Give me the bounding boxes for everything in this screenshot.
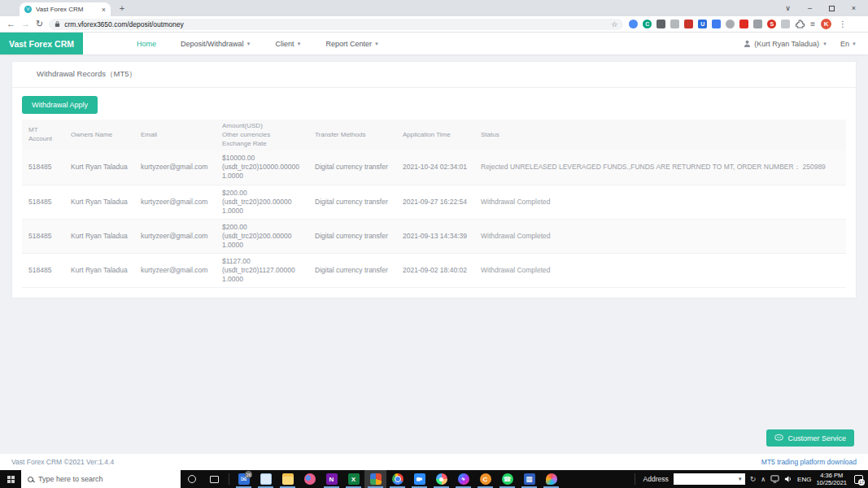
ext-red-s-icon[interactable]: S [767, 20, 776, 28]
messenger-icon[interactable] [452, 470, 474, 488]
ext-red-square-icon[interactable] [684, 20, 693, 28]
ext-key-icon[interactable] [753, 20, 762, 28]
back-icon[interactable]: ← [7, 20, 15, 28]
cell-owner-name: Kurt Ryan Taladua [64, 219, 134, 253]
edge-app-icon [436, 473, 447, 485]
chat-bubble-icon [774, 434, 783, 442]
table-wrapper: MT AccountOwners NameEmailAmount(USD)Oth… [12, 120, 856, 298]
ext-gray-chip-icon[interactable] [781, 20, 790, 28]
reload-icon[interactable]: ↻ [36, 20, 43, 28]
side-panel-icon[interactable]: ≡ [810, 20, 815, 28]
caret-down-icon: ▼ [822, 41, 827, 46]
language-indicator[interactable]: ENG [797, 476, 811, 483]
calculator-icon[interactable] [518, 470, 540, 488]
cell-transfer-method: Digital currency transfer [308, 150, 396, 185]
ext-dark-square-icon[interactable] [656, 20, 665, 28]
close-button[interactable]: × [843, 0, 865, 16]
edge-app-icon[interactable] [430, 470, 452, 488]
task-view-icon[interactable] [210, 476, 219, 483]
cell-owner-name: Kurt Ryan Taladua [64, 185, 134, 219]
cortana-icon[interactable] [188, 475, 196, 483]
cell-mt-account: 518485 [22, 185, 64, 219]
copyright-link[interactable]: Vast Forex CRM ©2021 Ver:1.4.4 [11, 458, 114, 466]
sticky-notes-icon[interactable] [255, 470, 277, 488]
whatsapp-icon [502, 473, 513, 485]
ext-gray-bottle-icon[interactable] [670, 20, 679, 28]
nav-home[interactable]: Home [137, 40, 156, 48]
new-tab-button[interactable]: + [116, 3, 129, 15]
speaker-icon[interactable] [784, 475, 792, 483]
whatsapp-icon[interactable] [496, 470, 518, 488]
app-badge: 26 [245, 471, 252, 478]
nav-client[interactable]: Client▼ [276, 40, 302, 48]
table-row[interactable]: 518485Kurt Ryan Taladuakurtyzeer@gmail.c… [22, 150, 846, 185]
tab-search-chevron-icon[interactable]: ∨ [777, 0, 799, 16]
minimize-button[interactable]: – [799, 0, 821, 16]
address-toolbar-input[interactable]: ▼ [674, 473, 745, 485]
forward-icon[interactable]: → [21, 20, 30, 28]
profile-avatar[interactable]: K [821, 19, 831, 29]
table-row[interactable]: 518485Kurt Ryan Taladuakurtyzeer@gmail.c… [22, 185, 846, 219]
cell-transfer-method: Digital currency transfer [308, 185, 396, 219]
show-hidden-icons-chevron[interactable]: ∧ [761, 476, 765, 483]
onenote-icon[interactable]: N [321, 470, 342, 488]
taskbar-clock[interactable]: 4:36 PM 10/25/2021 [816, 472, 847, 487]
coinmarketcap-icon: C [480, 473, 491, 485]
ext-blue-u-icon[interactable]: U [698, 20, 707, 28]
browser-toolbar: ← → ↻ crm.vforex3650.com/deposit/outmone… [0, 16, 868, 33]
active-browser-icon[interactable] [364, 470, 386, 488]
excel-icon[interactable]: X [342, 470, 364, 488]
tab-close-icon[interactable]: × [102, 6, 106, 14]
site-header: Vast Forex CRM Home Deposit/Withdrawal▼ … [0, 33, 868, 54]
messenger-icon [458, 473, 469, 485]
cell-application-time: 2021-09-13 14:34:39 [396, 219, 474, 253]
paint3d-icon[interactable] [540, 470, 562, 488]
address-toolbar-label: Address [643, 475, 669, 483]
zoom-icon[interactable] [408, 470, 430, 488]
bookmark-star-icon[interactable]: ☆ [611, 20, 617, 28]
chrome-icon[interactable] [386, 470, 408, 488]
ext-green-c-icon[interactable]: C [643, 20, 652, 28]
extensions-puzzle-icon[interactable] [796, 20, 805, 28]
browser-tab[interactable]: V Vast Forex CRM × [20, 2, 111, 16]
cell-status: Withdrawal Completed [474, 253, 846, 287]
column-header: Email [134, 120, 216, 150]
browser-menu-icon[interactable]: ⋮ [837, 20, 848, 28]
column-header: Amount(USD)Other currenciesExchange Rate [216, 120, 308, 150]
coinmarketcap-icon[interactable]: C [474, 470, 496, 488]
table-row[interactable]: 518485Kurt Ryan Taladuakurtyzeer@gmail.c… [22, 219, 846, 253]
table-row[interactable]: 518485Kurt Ryan Taladuakurtyzeer@gmail.c… [22, 253, 846, 287]
caret-down-icon: ▼ [852, 41, 857, 46]
photos-icon[interactable] [299, 470, 321, 488]
cell-amount: $1127.00(usdt_trc20)1127.000001.0000 [216, 253, 308, 287]
mt5-download-link[interactable]: MT5 trading platform download [761, 458, 857, 466]
cell-mt-account: 518485 [22, 253, 64, 287]
start-button[interactable] [0, 470, 21, 488]
language-menu[interactable]: En ▼ [840, 40, 857, 48]
user-menu[interactable]: (Kurt Ryan Taladua) ▼ [744, 40, 827, 48]
brand-logo[interactable]: Vast Forex CRM [0, 33, 83, 54]
ext-red-play-icon[interactable] [739, 20, 748, 28]
nav-deposit-withdrawal[interactable]: Deposit/Withdrawal▼ [181, 40, 251, 48]
lock-icon [55, 20, 60, 28]
file-explorer-icon[interactable] [277, 470, 299, 488]
table-header-row: MT AccountOwners NameEmailAmount(USD)Oth… [22, 120, 846, 150]
customer-service-button[interactable]: Customer Service [766, 429, 854, 447]
taskbar-search-input[interactable]: Type here to search [21, 470, 181, 488]
action-center-icon[interactable]: 17 [854, 475, 863, 484]
calculator-icon [524, 473, 535, 485]
address-bar[interactable]: crm.vforex3650.com/deposit/outmoney ☆ [49, 19, 623, 30]
withdrawal-apply-button[interactable]: Withdrawal Apply [22, 96, 98, 114]
display-icon[interactable] [770, 475, 779, 483]
ext-blue-circle-icon[interactable] [629, 20, 638, 28]
ext-gray-circle-icon[interactable] [726, 20, 735, 28]
mail-icon[interactable]: ✉26 [233, 470, 255, 488]
screen: V Vast Forex CRM × + ∨ – × ← → ↻ crm.vfo… [0, 0, 868, 488]
restore-button[interactable] [821, 0, 843, 16]
taskbar-apps: ✉26NXC [233, 470, 562, 488]
address-go-icon[interactable]: ↻ [750, 475, 757, 483]
cell-status: Rejected UNRELEASED LEVERAGED FUNDS.,FUN… [474, 150, 846, 185]
cell-application-time: 2021-09-27 16:22:54 [396, 185, 474, 219]
nav-report-center[interactable]: Report Center▼ [325, 40, 378, 48]
ext-pencil-icon[interactable] [712, 20, 721, 28]
